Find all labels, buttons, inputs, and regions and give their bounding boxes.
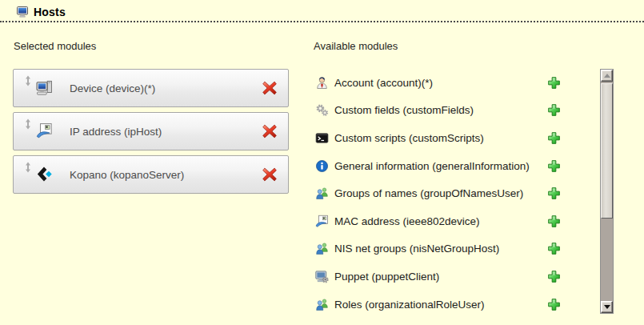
mac-address-icon (315, 215, 329, 228)
module-label: Custom fields (customFields) (334, 104, 474, 116)
green-plus-icon (547, 103, 561, 117)
scrollbar-up-button[interactable] (601, 70, 613, 82)
custom-fields-icon (315, 103, 329, 117)
module-label: Custom scripts (customScripts) (334, 132, 484, 144)
selected-modules-list: Device (device)(*) IP address (ipHost) K… (13, 69, 289, 199)
green-plus-icon (547, 215, 561, 228)
red-x-icon (262, 167, 278, 183)
green-plus-icon (547, 76, 561, 90)
selected-modules-label: Selected modules (14, 40, 96, 52)
selected-module-row[interactable]: Kopano (kopanoServer) (13, 155, 289, 194)
drag-handle-icon[interactable] (24, 75, 32, 86)
green-plus-icon (547, 242, 561, 255)
account-icon (315, 76, 329, 90)
hosts-module-panel: Hosts Selected modules Available modules… (0, 0, 644, 325)
available-module-row: MAC address (ieee802device) (315, 207, 562, 235)
add-module-button[interactable] (547, 214, 562, 228)
available-module-row: Custom fields (customFields) (315, 97, 562, 125)
green-plus-icon (547, 270, 561, 283)
add-module-button[interactable] (547, 158, 562, 173)
remove-module-button[interactable] (262, 166, 279, 183)
available-modules-list: Account (account)(*) Custom fields (cust… (315, 69, 562, 318)
ip-address-icon (36, 122, 53, 139)
panel-header: Hosts (16, 6, 66, 18)
add-module-button[interactable] (547, 187, 562, 201)
drag-handle-icon[interactable] (24, 162, 32, 173)
available-module-row: Account (account)(*) (315, 69, 562, 97)
puppet-icon (315, 270, 329, 283)
remove-module-button[interactable] (262, 79, 279, 97)
green-plus-icon (547, 131, 561, 145)
header-divider (0, 21, 644, 22)
green-plus-icon (547, 187, 561, 200)
down-arrow-icon (604, 305, 610, 309)
green-plus-icon (547, 159, 561, 173)
module-label: NIS net groups (nisNetGroupHost) (334, 243, 499, 255)
module-label: MAC address (ieee802device) (334, 215, 480, 227)
green-plus-icon (547, 298, 561, 311)
page-title: Hosts (34, 6, 66, 18)
roles-icon (315, 298, 329, 311)
red-x-icon (262, 123, 278, 139)
add-module-button[interactable] (547, 242, 562, 256)
add-module-button[interactable] (547, 103, 562, 118)
available-module-row: Custom scripts (customScripts) (315, 124, 562, 152)
selected-module-row[interactable]: Device (device)(*) (13, 69, 289, 107)
scrollbar[interactable] (600, 69, 614, 314)
available-module-row: NIS net groups (nisNetGroupHost) (315, 235, 562, 263)
add-module-button[interactable] (547, 269, 562, 283)
scrollbar-thumb[interactable] (601, 83, 613, 219)
kopano-icon (36, 166, 53, 183)
module-label: General information (generalInformation) (334, 160, 530, 172)
general-information-icon (315, 159, 329, 173)
available-module-row: Groups of names (groupOfNamesUser) (315, 179, 562, 207)
module-label: Device (device)(*) (70, 82, 155, 94)
red-x-icon (262, 80, 278, 96)
available-modules-label: Available modules (314, 40, 398, 52)
nis-net-groups-icon (315, 242, 329, 255)
module-label: Puppet (puppetClient) (334, 271, 439, 283)
selected-module-row[interactable]: IP address (ipHost) (13, 112, 289, 150)
drag-handle-icon[interactable] (24, 118, 32, 130)
groups-of-names-icon (315, 187, 329, 200)
module-label: IP address (ipHost) (70, 126, 162, 138)
add-module-button[interactable] (547, 297, 562, 311)
remove-module-button[interactable] (262, 122, 279, 140)
add-module-button[interactable] (547, 130, 562, 145)
up-arrow-icon (604, 74, 610, 78)
module-label: Account (account)(*) (334, 77, 433, 89)
available-module-row: Puppet (puppetClient) (315, 263, 562, 291)
scrollbar-down-button[interactable] (601, 301, 613, 313)
hosts-icon (16, 6, 29, 18)
device-icon (36, 79, 53, 96)
module-label: Groups of names (groupOfNamesUser) (334, 187, 523, 199)
module-label: Kopano (kopanoServer) (70, 169, 184, 181)
available-module-row: Roles (organizationalRoleUser) (315, 291, 562, 319)
custom-scripts-icon (315, 131, 329, 145)
add-module-button[interactable] (547, 75, 562, 90)
module-label: Roles (organizationalRoleUser) (334, 299, 485, 311)
available-module-row: General information (generalInformation) (315, 152, 562, 180)
